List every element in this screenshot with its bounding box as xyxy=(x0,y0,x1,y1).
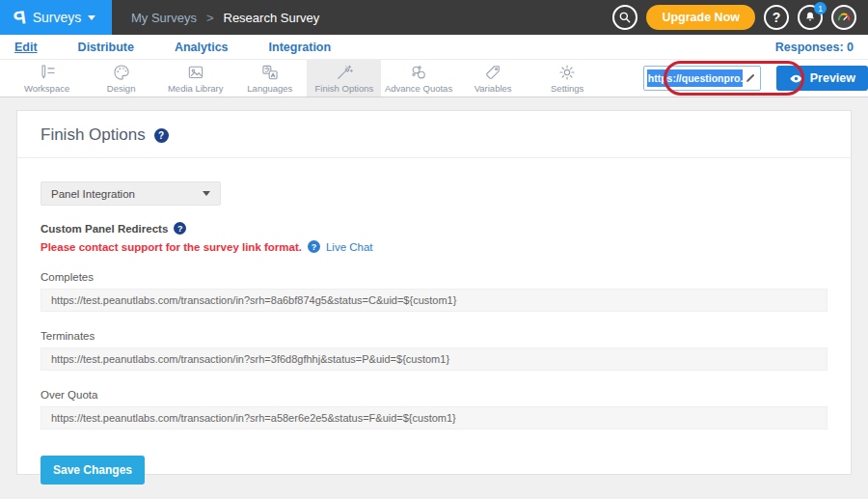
completes-url-input[interactable] xyxy=(41,289,827,312)
support-warning-row: Please contact support for the survey li… xyxy=(41,240,827,253)
product-menu[interactable]: P Surveys xyxy=(0,0,112,35)
selected-option: Panel Integration xyxy=(51,188,203,200)
live-chat-help-icon[interactable]: ? xyxy=(308,240,320,253)
save-changes-button[interactable]: Save Changes xyxy=(41,456,145,485)
responses-count[interactable]: Responses: 0 xyxy=(775,41,854,54)
top-bar: P Surveys My Surveys > Research Survey U… xyxy=(0,0,868,35)
over-quota-field-group: Over Quota xyxy=(41,389,827,430)
tab-integration[interactable]: Integration xyxy=(269,41,332,54)
gauge-icon xyxy=(835,9,853,26)
questionpro-logo-icon: P xyxy=(13,8,27,28)
breadcrumb-current-survey: Research Survey xyxy=(224,11,320,25)
product-name: Surveys xyxy=(33,10,82,25)
custom-panel-redirects-row: Custom Panel Redirects ? xyxy=(41,222,827,235)
card-body: Panel Integration Custom Panel Redirects… xyxy=(17,158,851,485)
over-quota-label: Over Quota xyxy=(41,389,827,401)
eye-icon xyxy=(789,71,803,86)
edit-pencil-icon[interactable] xyxy=(745,72,756,84)
survey-link-value: https://questionpro.com/t/A xyxy=(647,69,743,87)
live-chat-link[interactable]: Live Chat xyxy=(326,241,373,253)
toolbar-item-media-library[interactable]: Media Library xyxy=(158,60,232,97)
topbar-actions: Upgrade Now ? 1 xyxy=(612,5,868,30)
toolbar-item-workspace[interactable]: Workspace xyxy=(10,60,84,97)
edit-toolbar: Workspace Design Media Library Languages… xyxy=(0,60,868,97)
terminates-url-input[interactable] xyxy=(41,347,827,371)
toolbar-item-languages[interactable]: Languages xyxy=(232,60,307,97)
tag-icon xyxy=(483,63,502,82)
over-quota-url-input[interactable] xyxy=(41,406,827,430)
gear-icon xyxy=(557,63,577,82)
finish-options-card: Finish Options ? Panel Integration Custo… xyxy=(16,110,852,475)
question-mark-icon: ? xyxy=(773,10,781,25)
preview-button[interactable]: Preview xyxy=(776,66,868,91)
links-icon xyxy=(409,63,428,82)
terminates-field-group: Terminates xyxy=(41,330,827,371)
translate-icon xyxy=(260,63,280,82)
notifications-button[interactable]: 1 xyxy=(798,5,823,30)
section-nav: Edit Distribute Analytics Integration Re… xyxy=(0,35,868,60)
search-button[interactable] xyxy=(612,5,637,30)
toolbar-item-advance-quotas[interactable]: Advance Quotas xyxy=(381,60,455,97)
page-title: Finish Options xyxy=(41,125,146,145)
terminates-label: Terminates xyxy=(41,330,827,342)
survey-link-input[interactable]: https://questionpro.com/t/A xyxy=(643,66,761,91)
completes-field-group: Completes xyxy=(41,271,827,312)
breadcrumb-separator: > xyxy=(206,11,214,25)
toolbar-item-finish-options[interactable]: Finish Options xyxy=(307,60,381,97)
chevron-down-icon xyxy=(203,191,210,196)
chevron-down-icon xyxy=(88,15,95,20)
palette-icon xyxy=(112,63,131,82)
survey-link-area: https://questionpro.com/t/A xyxy=(643,60,761,97)
breadcrumb-my-surveys[interactable]: My Surveys xyxy=(131,11,197,25)
finish-options-help-icon[interactable]: ? xyxy=(154,128,169,143)
search-icon xyxy=(618,11,632,24)
tab-edit[interactable]: Edit xyxy=(14,41,38,54)
tab-analytics[interactable]: Analytics xyxy=(175,41,229,54)
help-button[interactable]: ? xyxy=(764,5,789,30)
support-warning-text: Please contact support for the survey li… xyxy=(41,241,302,253)
card-header: Finish Options ? xyxy=(17,111,851,158)
preview-label: Preview xyxy=(810,71,855,85)
breadcrumb: My Surveys > Research Survey xyxy=(131,11,319,25)
finish-option-type-select[interactable]: Panel Integration xyxy=(41,181,221,206)
magic-wand-icon xyxy=(335,63,354,82)
toolbar-item-variables[interactable]: Variables xyxy=(456,60,530,97)
page-background: Finish Options ? Panel Integration Custo… xyxy=(0,97,868,499)
section-title: Custom Panel Redirects xyxy=(41,223,168,235)
completes-label: Completes xyxy=(41,271,827,283)
toolbar-item-settings[interactable]: Settings xyxy=(530,60,605,97)
image-icon xyxy=(186,63,205,82)
account-avatar[interactable] xyxy=(831,5,856,30)
notification-badge: 1 xyxy=(814,2,827,14)
bell-icon xyxy=(803,11,817,24)
section-help-icon[interactable]: ? xyxy=(174,222,186,235)
tab-distribute[interactable]: Distribute xyxy=(78,41,134,54)
toolbar-item-design[interactable]: Design xyxy=(84,60,158,97)
workspace-icon xyxy=(38,63,57,82)
upgrade-now-button[interactable]: Upgrade Now xyxy=(646,5,755,30)
